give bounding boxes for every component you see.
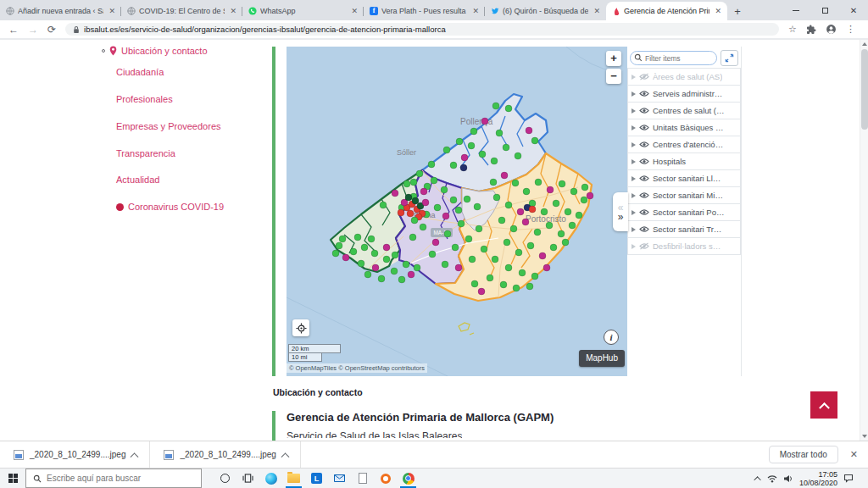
map-marker[interactable]: [432, 239, 439, 246]
map-marker[interactable]: [420, 224, 426, 230]
map-marker[interactable]: [441, 186, 448, 193]
map-marker[interactable]: [420, 188, 427, 195]
map-marker[interactable]: [559, 180, 565, 187]
map-marker[interactable]: [500, 281, 507, 288]
map-marker[interactable]: [569, 222, 576, 229]
close-icon[interactable]: ✕: [713, 7, 721, 15]
map-marker[interactable]: [403, 261, 409, 268]
map-marker[interactable]: [354, 234, 361, 241]
map-marker[interactable]: [383, 256, 390, 263]
map-marker[interactable]: [487, 274, 493, 281]
map-marker[interactable]: [444, 230, 451, 237]
map-marker[interactable]: [476, 225, 482, 232]
map-marker[interactable]: [407, 210, 414, 217]
map-marker[interactable]: [431, 177, 437, 184]
layer-row[interactable]: Hospitals: [627, 152, 741, 170]
map-marker[interactable]: [553, 200, 559, 207]
map-marker[interactable]: [398, 276, 405, 283]
expand-arrow-icon[interactable]: [632, 125, 636, 130]
extensions-puzzle-icon[interactable]: [806, 25, 816, 35]
layer-row[interactable]: Sector sanitari Mi…: [627, 186, 741, 204]
map-marker[interactable]: [570, 188, 577, 195]
tab-twitter[interactable]: (6) Quirón - Búsqueda de Tw ✕: [485, 2, 606, 20]
taskbar-search-input[interactable]: [47, 474, 182, 483]
action-center-icon[interactable]: [843, 474, 854, 483]
map-marker[interactable]: [498, 217, 505, 224]
map-marker[interactable]: [517, 208, 524, 215]
orange-ring-app-icon[interactable]: [374, 469, 397, 488]
menu-item-ciudadania[interactable]: Ciudadanía: [116, 67, 164, 77]
map-marker[interactable]: [492, 103, 499, 109]
map-marker[interactable]: [408, 271, 415, 278]
locate-me-button[interactable]: [292, 319, 309, 336]
layer-row[interactable]: Serveis administr…: [627, 85, 741, 103]
map-marker[interactable]: [398, 209, 404, 216]
close-downloads-icon[interactable]: ✕: [850, 449, 858, 460]
map-marker[interactable]: [450, 162, 457, 169]
map-marker[interactable]: [547, 186, 554, 193]
map-marker[interactable]: [405, 194, 412, 201]
tab-anadir-nueva-entrada[interactable]: Añadir nueva entrada ‹ Salud ✕: [0, 2, 121, 20]
address-bar[interactable]: ibsalut.es/es/servicio-de-salud/organiza…: [65, 23, 779, 36]
tab-facebook[interactable]: f Vera Plath - Pues resulta que ✕: [364, 2, 485, 20]
map-marker[interactable]: [535, 179, 542, 186]
map-marker[interactable]: [460, 164, 467, 171]
map-marker[interactable]: [442, 213, 449, 219]
menu-item-actualidad[interactable]: Actualidad: [116, 175, 159, 185]
scroll-up-arrow-icon[interactable]: [862, 42, 867, 46]
eye-icon[interactable]: [639, 225, 649, 233]
map-marker[interactable]: [380, 202, 387, 208]
map-marker[interactable]: [503, 144, 509, 151]
eye-off-icon[interactable]: [639, 242, 649, 250]
expand-arrow-icon[interactable]: [632, 193, 636, 198]
task-view-icon[interactable]: [236, 469, 259, 488]
layer-row[interactable]: Centres d'atenció…: [627, 136, 741, 153]
mallorca-map[interactable]: Pollença Sóller Palma Portocristo MA-19: [287, 47, 627, 376]
map-marker[interactable]: [539, 252, 546, 259]
maximize-button[interactable]: [810, 0, 839, 20]
layer-row[interactable]: Sector sanitari Ll…: [627, 169, 741, 187]
map-marker[interactable]: [492, 256, 498, 263]
eye-icon[interactable]: [639, 208, 649, 216]
chevron-up-icon[interactable]: [131, 452, 139, 461]
map-marker[interactable]: [458, 220, 465, 227]
show-all-downloads-button[interactable]: Mostrar todo: [769, 446, 838, 463]
map-marker[interactable]: [342, 254, 349, 261]
forward-icon[interactable]: →: [28, 25, 38, 35]
chevron-up-icon[interactable]: [281, 452, 289, 461]
map-marker[interactable]: [529, 206, 536, 213]
map-marker[interactable]: [546, 222, 553, 229]
expand-arrow-icon[interactable]: [632, 244, 636, 249]
map-marker[interactable]: [339, 236, 346, 242]
map-marker[interactable]: [450, 197, 457, 203]
volume-icon[interactable]: [783, 474, 793, 483]
map-marker[interactable]: [455, 264, 462, 271]
map-marker[interactable]: [434, 204, 441, 211]
map-marker[interactable]: [391, 268, 398, 274]
eye-icon[interactable]: [639, 175, 649, 182]
map-marker[interactable]: [336, 242, 342, 249]
map-marker[interactable]: [565, 208, 571, 215]
eye-icon[interactable]: [639, 141, 649, 148]
map-marker[interactable]: [481, 246, 487, 252]
map-marker[interactable]: [576, 212, 582, 219]
maphub-badge[interactable]: MapHub: [579, 350, 625, 367]
profile-avatar[interactable]: [826, 24, 837, 35]
file-explorer-icon[interactable]: [282, 469, 305, 488]
map-marker[interactable]: [504, 239, 510, 246]
map-marker[interactable]: [414, 264, 420, 271]
layer-row[interactable]: Sector sanitari Tr…: [627, 220, 741, 238]
menu-item-empresas[interactable]: Empresas y Proveedores: [116, 121, 221, 131]
map-marker[interactable]: [409, 234, 416, 241]
close-window-button[interactable]: ✕: [839, 0, 868, 20]
expand-arrow-icon[interactable]: [632, 227, 636, 232]
start-button[interactable]: [0, 469, 25, 488]
map-marker[interactable]: [470, 128, 477, 135]
eye-icon[interactable]: [639, 107, 649, 114]
map-marker[interactable]: [490, 179, 497, 186]
map-marker[interactable]: [519, 269, 526, 276]
map-marker[interactable]: [364, 271, 371, 278]
map-marker[interactable]: [543, 264, 550, 271]
wifi-icon[interactable]: [767, 474, 777, 483]
map-marker[interactable]: [443, 147, 450, 153]
